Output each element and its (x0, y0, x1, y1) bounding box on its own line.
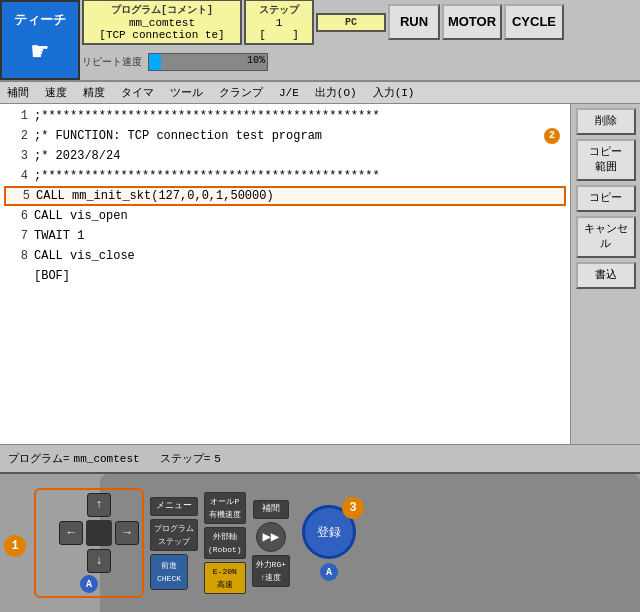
program-status-label: プログラム= (8, 451, 70, 466)
program-step-button[interactable]: プログラム ステップ (150, 519, 198, 551)
controller-inner: 1 ↑ ↓ ← → A メニュー プログラム ステップ 前進 CHECK オール… (8, 478, 632, 608)
code-line: 7 TWAIT 1 (4, 226, 566, 246)
header-panels: プログラム[コメント] mm_comtest [TCP connection t… (80, 0, 640, 80)
speed-bar-fill (149, 54, 161, 70)
register-area: 3 登録 A (302, 505, 356, 581)
play-button[interactable]: ▶▶ (256, 522, 286, 552)
code-line: 8 CALL vis_close (4, 246, 566, 266)
bottom-controller: 1 ↑ ↓ ← → A メニュー プログラム ステップ 前進 CHECK オール… (0, 472, 640, 612)
code-editor[interactable]: 1 ;*************************************… (0, 104, 570, 444)
delete-button[interactable]: 削除 (576, 108, 636, 135)
header-row2: リピート速度 10% (80, 42, 640, 80)
copy-range-button[interactable]: コピー 範囲 (576, 139, 636, 181)
speed-up-button[interactable]: 外力RG+ ↑速度 (252, 555, 290, 587)
toolbar-speed[interactable]: 速度 (42, 83, 70, 102)
hand-icon: ☛ (32, 35, 49, 69)
dpad-center (86, 520, 112, 546)
external-axis-button[interactable]: 外部軸 (Robot) (204, 527, 246, 559)
program-panel: プログラム[コメント] mm_comtest [TCP connection t… (82, 0, 242, 45)
main-area: 1 ;*************************************… (0, 104, 640, 444)
step-panel: ステップ 1 [ ] (244, 0, 314, 45)
code-line: 4 ;*************************************… (4, 166, 566, 186)
code-line: 3 ;* 2023/8/24 (4, 146, 566, 166)
ctrl-buttons-mid: オールP 有機速度 外部軸 (Robot) E-20N 高速 (204, 492, 246, 594)
pc-panel: PC (316, 13, 386, 32)
speed-label: リピート速度 (82, 55, 146, 69)
dpad-left-button[interactable]: ← (59, 521, 83, 545)
step-status-value: 5 (214, 453, 221, 465)
teach-label: ティーチ (14, 11, 66, 29)
speed-bar: 10% (148, 53, 268, 71)
toolbar-tool[interactable]: ツール (167, 83, 206, 102)
bof-line: [BOF] (4, 266, 566, 286)
dpad: ↑ ↓ ← → (59, 493, 139, 573)
write-button[interactable]: 書込 (576, 262, 636, 289)
program-name: mm_comtest (129, 17, 195, 29)
teach-button[interactable]: ティーチ ☛ (0, 0, 80, 80)
hosen-button[interactable]: 補間 (253, 500, 289, 519)
code-line: 2 ;* FUNCTION: TCP connection test progr… (4, 126, 566, 146)
toolbar-input[interactable]: 入力(I) (370, 83, 418, 102)
status-bar: プログラム= mm_comtest ステップ= 5 (0, 444, 640, 472)
speed-pct: 10% (247, 55, 265, 66)
dpad-right-button[interactable]: → (115, 521, 139, 545)
dpad-up-button[interactable]: ↑ (87, 493, 111, 517)
code-line: 1 ;*************************************… (4, 106, 566, 126)
program-status-value: mm_comtest (74, 453, 140, 465)
menu-button[interactable]: メニュー (150, 497, 198, 516)
code-line-selected[interactable]: 5 CALL mm_init_skt(127,0,0,1,50000) (4, 186, 566, 206)
toolbar-output[interactable]: 出力(O) (312, 83, 360, 102)
step-label: ステップ (259, 3, 299, 17)
allspeed-button[interactable]: オールP 有機速度 (204, 492, 246, 524)
motor-button[interactable]: MOTOR (442, 4, 502, 40)
ctrl-buttons-right: 補間 ▶▶ 外力RG+ ↑速度 (252, 500, 290, 587)
step-bracket: [ ] (259, 29, 299, 41)
toolbar-precision[interactable]: 精度 (80, 83, 108, 102)
toolbar-timer[interactable]: タイマ (118, 83, 157, 102)
toolbar: 補間 速度 精度 タイマ ツール クランプ J/E 出力(O) 入力(I) (0, 82, 640, 104)
header-row1: プログラム[コメント] mm_comtest [TCP connection t… (80, 0, 640, 42)
circle-a-2: A (320, 563, 338, 581)
run-button[interactable]: RUN (388, 4, 440, 40)
mazen-button[interactable]: 前進 CHECK (150, 554, 188, 590)
top-bar: ティーチ ☛ プログラム[コメント] mm_comtest [TCP conne… (0, 0, 640, 82)
pc-label: PC (345, 17, 357, 28)
dpad-outer-box: ↑ ↓ ← → A (34, 488, 144, 598)
toolbar-clamp[interactable]: クランプ (216, 83, 266, 102)
program-status: プログラム= mm_comtest (8, 451, 140, 466)
cancel-button[interactable]: キャンセル (576, 216, 636, 258)
toolbar-hosen[interactable]: 補間 (4, 83, 32, 102)
e20n-button[interactable]: E-20N 高速 (204, 562, 246, 594)
copy-button[interactable]: コピー (576, 185, 636, 212)
step-status: ステップ= 5 (160, 451, 221, 466)
cycle-button[interactable]: CYCLE (504, 4, 564, 40)
program-comment: [TCP connection te] (99, 29, 224, 41)
code-line: 6 CALL vis_open (4, 206, 566, 226)
ctrl-buttons-left: メニュー プログラム ステップ 前進 CHECK (150, 497, 198, 590)
badge-1: 1 (4, 535, 26, 557)
right-sidebar: 削除 コピー 範囲 コピー キャンセル 書込 (570, 104, 640, 444)
badge-3: 3 (342, 497, 364, 519)
dpad-down-button[interactable]: ↓ (87, 549, 111, 573)
toolbar-je[interactable]: J/E (276, 85, 302, 101)
badge-2: 2 (544, 128, 560, 144)
program-label: プログラム[コメント] (111, 3, 213, 17)
circle-a-1: A (80, 575, 98, 593)
step-value: 1 (276, 17, 283, 29)
step-status-label: ステップ= (160, 451, 211, 466)
